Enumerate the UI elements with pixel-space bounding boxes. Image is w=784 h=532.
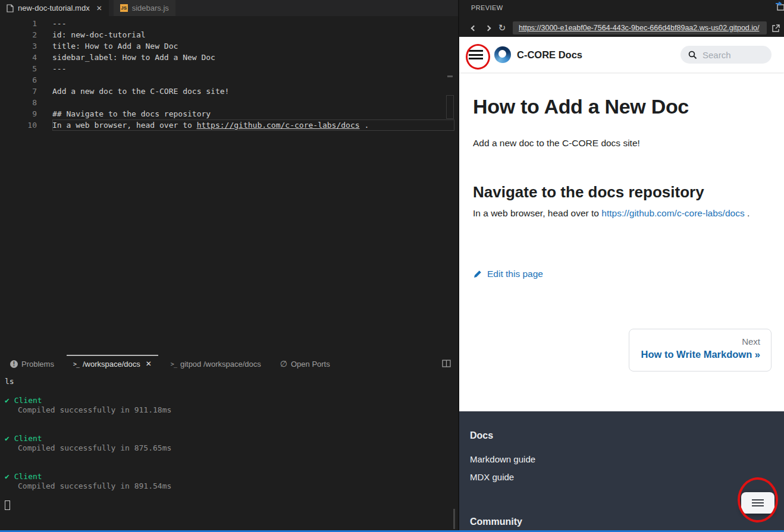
file-icon <box>7 4 14 12</box>
editor-line[interactable]: 10In a web browser, head over to https:/… <box>0 119 458 131</box>
site-footer: Docs Markdown guide MDX guide Community <box>459 411 784 530</box>
search-icon <box>688 51 697 59</box>
compile-success-message: Compiled successfully in 875.65ms <box>5 443 458 453</box>
gitpod-workspace: new-doc-tutorial.mdx ✕ JS sidebars.js 1-… <box>0 0 784 532</box>
section-heading: Navigate to the docs repository <box>473 183 704 202</box>
editor-line[interactable]: 9## Navigate to the docs repository <box>0 108 458 119</box>
line-number: 4 <box>0 52 37 63</box>
editor-line[interactable]: 8 <box>0 97 458 108</box>
code-text: id: new-doc-tutorial <box>52 29 458 40</box>
editor-line[interactable]: 5--- <box>0 63 458 74</box>
tab-new-doc-tutorial[interactable]: new-doc-tutorial.mdx ✕ <box>0 0 109 16</box>
url-bar[interactable]: https://3000-e1eabf0e-7564-443c-9bec-666… <box>513 21 767 34</box>
edit-this-page-link[interactable]: Edit this page <box>473 269 543 279</box>
problems-icon: ! <box>10 360 18 368</box>
back-icon[interactable] <box>466 21 481 34</box>
editor-line[interactable]: 7Add a new doc to the C-CORE docs site! <box>0 86 458 97</box>
code-text <box>52 97 458 108</box>
code-text: --- <box>52 18 458 29</box>
tab-label: new-doc-tutorial.mdx <box>18 4 90 12</box>
preview-panel-title: PREVIEW <box>459 0 784 15</box>
line-number: 3 <box>0 40 37 52</box>
pencil-icon <box>473 269 482 279</box>
tab-terminal-workspace-docs[interactable]: >_ /workspace/docs ✕ <box>67 355 158 373</box>
editor-line[interactable]: 1--- <box>0 18 458 29</box>
compile-success-message: Compiled successfully in 911.18ms <box>5 405 458 415</box>
terminal-icon: >_ <box>73 361 79 367</box>
menu-icon <box>752 499 764 506</box>
tab-label: gitpod /workspace/docs <box>180 360 261 369</box>
line-number: 8 <box>0 97 37 108</box>
editor-line[interactable]: 3title: How to Add a New Doc <box>0 40 458 52</box>
floating-menu-button[interactable] <box>741 492 774 514</box>
navbar-menu-icon[interactable] <box>469 50 483 59</box>
next-doc-link[interactable]: How to Write Markdown » <box>640 349 760 360</box>
footer-link-markdown-guide[interactable]: Markdown guide <box>470 454 535 464</box>
editor-line[interactable]: 6 <box>0 74 458 86</box>
tab-open-ports[interactable]: ∅ Open Ports <box>274 355 337 373</box>
close-icon[interactable]: ✕ <box>146 360 152 368</box>
terminal-tabbar: ! Problems >_ /workspace/docs ✕ >_ gitpo… <box>0 355 458 373</box>
code-text: ## Navigate to the docs repository <box>52 108 458 119</box>
terminal-command: ls <box>5 377 458 386</box>
search-input[interactable] <box>703 50 768 60</box>
site-navbar: C-CORE Docs <box>459 37 784 73</box>
line-number: 9 <box>0 108 37 119</box>
split-panel-icon[interactable] <box>442 360 451 367</box>
line-number: 5 <box>0 63 37 74</box>
compile-success-title: ✔ Client <box>5 434 458 443</box>
footer-link-mdx-guide[interactable]: MDX guide <box>470 472 514 482</box>
line-number: 7 <box>0 86 37 97</box>
tab-label: Problems <box>21 360 54 369</box>
overview-ruler-mark <box>446 95 454 119</box>
js-file-icon: JS <box>120 4 128 12</box>
editor-line[interactable]: 4sidebar_label: How to Add a New Doc <box>0 52 458 63</box>
line-number: 10 <box>0 119 37 131</box>
open-ports-icon: ∅ <box>280 360 287 368</box>
editor-pane: new-doc-tutorial.mdx ✕ JS sidebars.js 1-… <box>0 0 458 530</box>
tab-label: Open Ports <box>291 360 330 369</box>
docs-site: C-CORE Docs How to Add a New Doc Add a n… <box>459 37 784 530</box>
terminal-panel: ! Problems >_ /workspace/docs ✕ >_ gitpo… <box>0 355 458 530</box>
pagination-next-card[interactable]: Next How to Write Markdown » <box>629 329 772 372</box>
refresh-icon[interactable]: ↻ <box>495 21 509 34</box>
compile-status-block: ✔ ClientCompiled successfully in 911.18m… <box>5 396 458 415</box>
close-icon[interactable]: ✕ <box>96 4 102 12</box>
code-editor[interactable]: 1---2id: new-doc-tutorial3title: How to … <box>0 16 458 355</box>
terminal-scrollbar[interactable] <box>453 509 455 529</box>
search-box[interactable] <box>680 46 772 64</box>
code-text: In a web browser, head over to https://g… <box>52 119 454 131</box>
site-title[interactable]: C-CORE Docs <box>517 49 582 61</box>
footer-section-title: Docs <box>470 430 493 441</box>
tab-terminal-gitpod[interactable]: >_ gitpod /workspace/docs <box>164 355 268 373</box>
terminal-icon: >_ <box>171 361 177 367</box>
open-in-new-window-icon[interactable] <box>775 2 784 11</box>
line-number: 6 <box>0 74 37 86</box>
tab-label: sidebars.js <box>132 4 169 12</box>
code-text: --- <box>52 63 458 74</box>
forward-icon[interactable] <box>481 21 495 34</box>
tab-label: /workspace/docs <box>83 360 140 369</box>
url-text[interactable]: https://3000-e1eabf0e-7564-443c-9bec-666… <box>519 24 759 32</box>
site-logo[interactable] <box>494 46 511 63</box>
repo-link[interactable]: https://github.com/c-core-labs/docs <box>601 208 744 218</box>
code-text: sidebar_label: How to Add a New Doc <box>52 52 458 63</box>
footer-section-title: Community <box>470 517 522 527</box>
intro-paragraph: Add a new doc to the C-CORE docs site! <box>473 138 640 149</box>
open-external-icon[interactable] <box>772 24 780 33</box>
terminal-output[interactable]: ls✔ ClientCompiled successfully in 911.1… <box>0 373 458 510</box>
tab-sidebars-js[interactable]: JS sidebars.js <box>114 0 175 16</box>
compile-status-block: ✔ ClientCompiled successfully in 891.54m… <box>5 472 458 491</box>
preview-panel: PREVIEW ↻ https://3000-e1eabf0e-7564-443… <box>458 0 784 532</box>
code-url-link[interactable]: https://github.com/c-core-labs/docs <box>197 121 360 130</box>
preview-navigation: ↻ https://3000-e1eabf0e-7564-443c-9bec-6… <box>459 20 784 36</box>
body-paragraph: In a web browser, head over to https://g… <box>473 208 749 219</box>
page-title: How to Add a New Doc <box>473 95 689 118</box>
code-text <box>52 74 458 86</box>
editor-line[interactable]: 2id: new-doc-tutorial <box>0 29 458 40</box>
line-number: 1 <box>0 18 37 29</box>
code-text: title: How to Add a New Doc <box>52 40 458 52</box>
compile-success-message: Compiled successfully in 891.54ms <box>5 481 458 491</box>
tab-problems[interactable]: ! Problems <box>4 355 61 373</box>
editor-tabbar: new-doc-tutorial.mdx ✕ JS sidebars.js <box>0 0 458 16</box>
